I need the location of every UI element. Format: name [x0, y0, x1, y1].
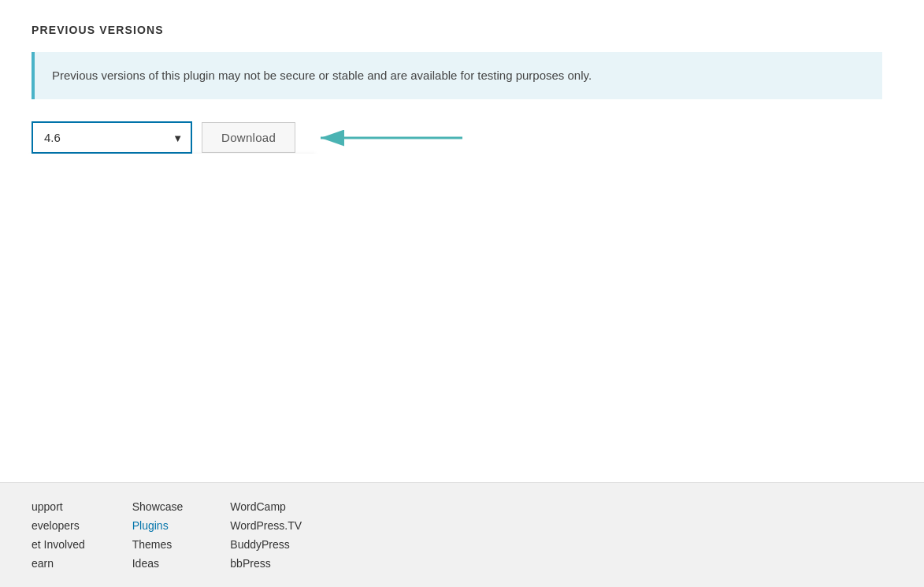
arrow-icon — [313, 122, 470, 154]
version-select[interactable]: Development Version4.84.7.14.74.64.54.44… — [33, 123, 191, 152]
section-title: PREVIOUS VERSIONS — [32, 24, 892, 36]
info-box: Previous versions of this plugin may not… — [32, 52, 882, 99]
select-wrapper[interactable]: Development Version4.84.7.14.74.64.54.44… — [32, 121, 192, 154]
arrow-container — [313, 122, 470, 154]
info-text: Previous versions of this plugin may not… — [52, 69, 592, 82]
version-controls: Development Version4.84.7.14.74.64.54.44… — [32, 121, 892, 154]
download-button[interactable]: Download — [202, 122, 295, 153]
version-area: Development Version4.84.7.14.74.64.54.44… — [32, 121, 192, 154]
